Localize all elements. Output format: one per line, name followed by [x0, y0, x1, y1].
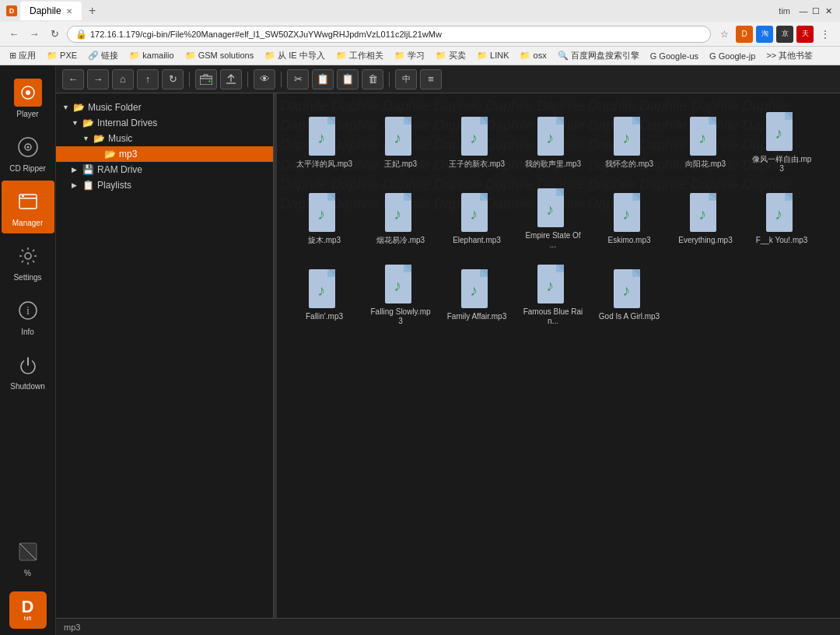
tab-close-btn[interactable]: ✕ [66, 7, 72, 16]
file-icon-svg: ♪ [612, 115, 646, 157]
svg-text:♪: ♪ [317, 282, 325, 299]
file-item[interactable]: ♪ 我的歌声里.mp3 [518, 106, 588, 176]
tree-item-mp3[interactable]: 📂 mp3 [56, 146, 273, 162]
file-item[interactable]: ♪ 像风一样自由.mp3 [747, 106, 817, 176]
ext-btn1[interactable]: D [736, 26, 753, 43]
file-icon-svg: ♪ [612, 268, 646, 310]
forward-btn[interactable]: → [26, 26, 42, 42]
file-icon-svg: ♪ [383, 115, 418, 157]
ext-btn3[interactable]: 京 [776, 26, 793, 43]
file-name: Elephant.mp3 [453, 236, 501, 245]
tree-folder-icon: 📂 [73, 102, 85, 113]
file-item[interactable]: ♪ 向阳花.mp3 [670, 106, 740, 176]
file-item[interactable]: ♪ Famous Blue Rain... [518, 258, 588, 328]
refresh-btn[interactable]: ↻ [47, 26, 62, 42]
bookmark-link[interactable]: 📁 LINK [472, 49, 514, 62]
toolbar-cut-btn[interactable]: ✂ [287, 69, 309, 89]
file-item[interactable]: ♪ Fallin'.mp3 [289, 258, 359, 328]
file-icon: ♪ [457, 189, 496, 236]
tree-item-ram-drive[interactable]: ▶ 💾 RAM Drive [56, 162, 273, 177]
sidebar-item-percent[interactable]: % [2, 531, 54, 584]
file-icon: ♪ [762, 109, 801, 155]
toolbar-upload-btn[interactable] [220, 69, 242, 89]
sidebar-item-shutdown[interactable]: Shutdown [2, 344, 54, 397]
toolbar-copy-btn[interactable]: 📋 [312, 69, 334, 89]
svg-rect-7 [22, 195, 24, 197]
tree-item-music[interactable]: ▼ 📂 Music [56, 131, 273, 146]
bookmark-buy[interactable]: 📁 买卖 [431, 48, 471, 63]
ext-btn2[interactable]: 淘 [756, 26, 773, 43]
file-item[interactable]: ♪ 王子的新衣.mp3 [442, 106, 512, 176]
bookmark-work[interactable]: 📁 工作相关 [331, 48, 388, 63]
toolbar-paste-btn[interactable]: 📋 [337, 69, 359, 89]
bookmark-more[interactable]: >> 其他书签 [761, 48, 817, 63]
bookmarks-bar: ⊞ 应用 📁 PXE 🔗 链接 📁 kamailio 📁 GSM solutio… [0, 47, 840, 65]
more-btn[interactable]: ⋮ [817, 26, 834, 43]
toolbar-menu-btn[interactable]: ≡ [420, 69, 442, 89]
tree-item-music-folder[interactable]: ▼ 📂 Music Folder [56, 100, 273, 115]
file-item[interactable]: ♪ 太平洋的风.mp3 [289, 106, 359, 176]
bookmark-btn[interactable]: ☆ [716, 26, 733, 43]
file-item[interactable]: ♪ F__k You!.mp3 [747, 182, 817, 252]
address-bar[interactable]: 🔒 172.16.1.179/cgi-bin/File%20Manager#el… [67, 26, 711, 43]
file-icon: ♪ [305, 189, 344, 236]
tree-item-playlists[interactable]: ▶ 📋 Playlists [56, 177, 273, 193]
file-icon-svg: ♪ [688, 115, 723, 157]
toolbar-forward-btn[interactable]: → [87, 69, 109, 89]
file-item[interactable]: ♪ 王妃.mp3 [366, 106, 436, 176]
file-item[interactable]: ♪ 我怀念的.mp3 [594, 106, 664, 176]
sidebar-item-settings[interactable]: Settings [2, 235, 54, 288]
ext-btn4[interactable]: 天 [796, 26, 814, 43]
bookmark-gsm[interactable]: 📁 GSM solutions [180, 49, 259, 62]
toolbar-chinese-btn[interactable]: 中 [395, 69, 417, 89]
toolbar-delete-btn[interactable]: 🗑 [362, 69, 383, 89]
browser-tab[interactable]: Daphile ✕ [20, 2, 82, 20]
bookmark-study[interactable]: 📁 学习 [390, 48, 429, 63]
sidebar-item-cd-ripper[interactable]: CD Ripper [2, 126, 54, 179]
file-icon-svg: ♪ [765, 111, 799, 153]
toolbar-refresh-btn[interactable]: ↻ [162, 69, 184, 89]
file-item[interactable]: ♪ Everything.mp3 [670, 182, 740, 252]
sidebar-item-info[interactable]: i Info [2, 289, 54, 342]
bookmark-ie-import[interactable]: 📁 从 IE 中导入 [260, 48, 330, 63]
file-item[interactable]: ♪ Elephant.mp3 [442, 182, 512, 252]
minimize-btn[interactable]: — [798, 5, 809, 16]
file-item[interactable]: ♪ 烟花易冷.mp3 [366, 182, 436, 252]
close-btn[interactable]: ✕ [823, 5, 834, 16]
toolbar-home-btn[interactable]: ⌂ [112, 69, 134, 89]
toolbar-view-btn[interactable]: 👁 [254, 69, 275, 89]
cd-ripper-icon [14, 133, 42, 161]
sidebar-item-player[interactable]: Player [2, 72, 54, 125]
file-icon-svg: ♪ [765, 191, 799, 233]
file-item[interactable]: ♪ Falling Slowly.mp3 [366, 258, 436, 328]
sidebar-item-manager[interactable]: Manager [2, 181, 54, 233]
file-name: God Is A Girl.mp3 [599, 312, 660, 321]
file-item[interactable]: ♪ Eskimo.mp3 [594, 182, 664, 252]
sidebar-percent-label: % [24, 569, 31, 577]
file-item[interactable]: ♪ God Is A Girl.mp3 [594, 258, 664, 328]
svg-text:♪: ♪ [394, 129, 401, 146]
bookmark-apps[interactable]: ⊞ 应用 [5, 48, 40, 63]
maximize-btn[interactable]: ☐ [810, 5, 821, 16]
new-tab-btn[interactable]: + [85, 3, 100, 19]
bookmark-baidu[interactable]: 🔍 百度网盘搜索引擎 [553, 48, 644, 63]
bookmark-pxe[interactable]: 📁 PXE [42, 49, 82, 62]
toolbar-new-folder-btn[interactable]: + [195, 69, 217, 89]
bookmark-google-us[interactable]: G Google-us [646, 50, 703, 62]
file-item[interactable]: ♪ Family Affair.mp3 [442, 258, 512, 328]
bookmark-google-jp[interactable]: G Google-jp [705, 50, 760, 62]
file-item[interactable]: ♪ 旋木.mp3 [289, 182, 359, 252]
back-btn[interactable]: ← [6, 26, 22, 42]
tree-arrow: ▼ [62, 103, 70, 111]
bookmark-osx[interactable]: 📁 osx [515, 49, 551, 62]
toolbar-back-btn[interactable]: ← [62, 69, 84, 89]
tree-item-internal-drives[interactable]: ▼ 📂 Internal Drives [56, 115, 273, 131]
file-icon: ♪ [534, 113, 572, 160]
bookmark-links[interactable]: 🔗 链接 [83, 48, 123, 63]
bookmark-kamailio[interactable]: 📁 kamailio [124, 49, 178, 62]
toolbar-up-btn[interactable]: ↑ [137, 69, 159, 89]
file-icon: ♪ [762, 189, 801, 236]
app-container: Player CD Ripper Manager Settings i Info [0, 65, 840, 635]
file-item[interactable]: ♪ Empire State Of ... [518, 182, 588, 252]
title-bar: D Daphile ✕ + tim — ☐ ✕ [0, 0, 840, 22]
